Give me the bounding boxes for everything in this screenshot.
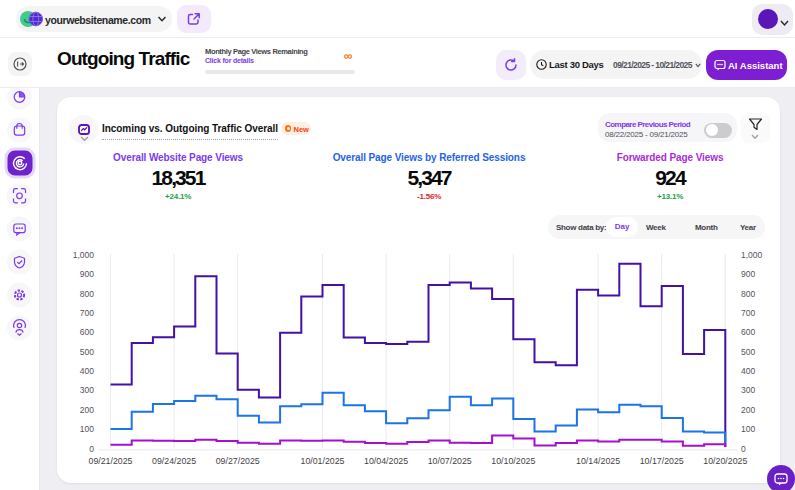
svg-text:400: 400	[80, 366, 94, 376]
svg-text:900: 900	[80, 269, 94, 279]
svg-text:500: 500	[80, 347, 94, 357]
svg-text:10/04/2025: 10/04/2025	[364, 456, 408, 466]
svg-text:800: 800	[80, 289, 94, 299]
svg-text:09/24/2025: 09/24/2025	[152, 456, 196, 466]
svg-text:600: 600	[80, 327, 94, 337]
svg-text:100: 100	[80, 424, 94, 434]
svg-text:09/21/2025: 09/21/2025	[88, 456, 132, 466]
svg-text:10/14/2025: 10/14/2025	[576, 456, 620, 466]
svg-text:10/07/2025: 10/07/2025	[428, 456, 472, 466]
svg-text:10/20/2025: 10/20/2025	[703, 456, 747, 466]
svg-text:1,000: 1,000	[741, 250, 763, 260]
svg-text:600: 600	[741, 327, 755, 337]
svg-text:0: 0	[741, 444, 746, 454]
svg-text:900: 900	[741, 269, 755, 279]
svg-text:700: 700	[741, 308, 755, 318]
svg-text:800: 800	[741, 289, 755, 299]
svg-text:200: 200	[80, 405, 94, 415]
svg-text:400: 400	[741, 366, 755, 376]
svg-text:300: 300	[741, 385, 755, 395]
svg-text:10/10/2025: 10/10/2025	[491, 456, 535, 466]
svg-text:0: 0	[89, 444, 94, 454]
svg-text:200: 200	[741, 405, 755, 415]
svg-text:700: 700	[80, 308, 94, 318]
svg-text:500: 500	[741, 347, 755, 357]
svg-text:10/17/2025: 10/17/2025	[640, 456, 684, 466]
svg-text:09/27/2025: 09/27/2025	[216, 456, 260, 466]
svg-text:100: 100	[741, 424, 755, 434]
svg-text:10/01/2025: 10/01/2025	[300, 456, 344, 466]
svg-text:300: 300	[80, 385, 94, 395]
svg-text:1,000: 1,000	[73, 250, 95, 260]
